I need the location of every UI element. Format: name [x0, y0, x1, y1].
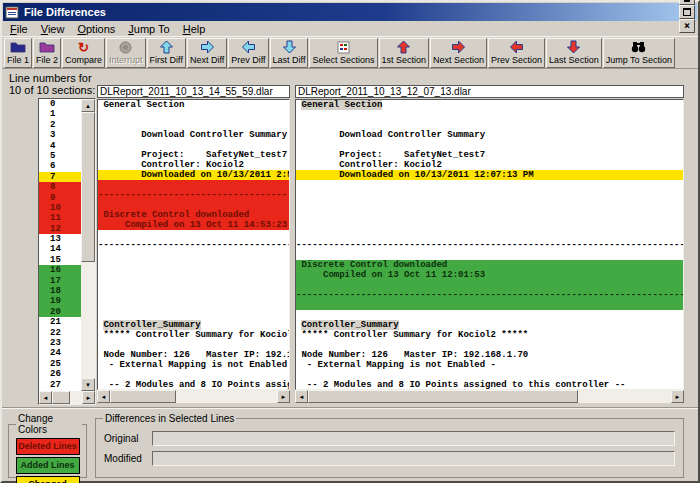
prev-diff-button[interactable]: Prev Diff	[228, 38, 268, 68]
scrollbar-track[interactable]	[81, 112, 95, 378]
scrollbar-thumb[interactable]	[308, 390, 578, 403]
scroll-right-arrow-icon[interactable]: ►	[277, 390, 290, 403]
menu-help[interactable]: Help	[177, 22, 213, 36]
close-button[interactable]: ×	[679, 19, 695, 33]
diff-line[interactable]	[98, 290, 289, 300]
line-number-row[interactable]: 2	[39, 120, 81, 130]
diff-line[interactable]	[98, 340, 289, 350]
line-number-row[interactable]: 7	[39, 172, 81, 182]
diff-line[interactable]: - External Mapping is not Enabled -	[98, 360, 289, 370]
diff-line[interactable]	[98, 300, 289, 310]
menu-view[interactable]: View	[35, 22, 72, 36]
diff-line[interactable]	[296, 310, 683, 320]
diff-line[interactable]	[296, 220, 683, 230]
diff-line[interactable]: Compiled on 13 Oct 11 14:53:23	[98, 220, 289, 230]
diff-line[interactable]: Node Number: 126 Master IP: 192.168.1.70	[296, 350, 683, 360]
diff-line[interactable]: General Section	[98, 100, 289, 110]
diff-line[interactable]: ----------------------------------------…	[98, 240, 289, 250]
line-number-row[interactable]: 21	[39, 317, 81, 327]
scroll-left-arrow-icon[interactable]: ◄	[295, 390, 308, 403]
jump-to-section-button[interactable]: Jump To Section	[603, 38, 675, 68]
diff-line[interactable]: Controller: Kociol2	[98, 160, 289, 170]
diff-line[interactable]: Controller_Summary	[98, 320, 289, 330]
line-number-row[interactable]: 23	[39, 338, 81, 348]
line-number-row[interactable]: 18	[39, 286, 81, 296]
diff-line[interactable]	[296, 340, 683, 350]
diff-line[interactable]: Project: SafetyNet_test7	[296, 150, 683, 160]
diff-line[interactable]	[296, 300, 683, 310]
file-2-button[interactable]: File 2	[33, 38, 61, 68]
diff-line[interactable]	[296, 110, 683, 120]
line-number-row[interactable]: 19	[39, 296, 81, 306]
diff-line[interactable]: Downloaded on 10/13/2011 2:55:59 PM	[98, 170, 289, 180]
menu-options[interactable]: Options	[71, 22, 122, 36]
line-number-row[interactable]: 13	[39, 234, 81, 244]
diff-line[interactable]	[98, 370, 289, 380]
first-diff-button[interactable]: First Diff	[147, 38, 186, 68]
scroll-right-arrow-icon[interactable]: ►	[82, 391, 95, 404]
listbox-vertical-scrollbar[interactable]: ▲▼	[81, 99, 95, 391]
diff-line[interactable]	[98, 310, 289, 320]
diff-line[interactable]: Downloaded on 10/13/2011 12:07:13 PM	[296, 170, 683, 180]
diff-line[interactable]: ***** Controller Summary for Kociol2 ***…	[296, 330, 683, 340]
line-number-row[interactable]: 11	[39, 213, 81, 223]
diff-line[interactable]: ***** Controller Summary for Kociol2 ***…	[98, 330, 289, 340]
diff-line[interactable]	[98, 140, 289, 150]
select-sections-button[interactable]: Select Sections	[309, 38, 377, 68]
diff-line[interactable]	[296, 200, 683, 210]
diff-line[interactable]: Project: SafetyNet_test7	[98, 150, 289, 160]
line-number-row[interactable]: 25	[39, 359, 81, 369]
last-section-button[interactable]: Last Section	[546, 38, 602, 68]
scroll-left-arrow-icon[interactable]: ◄	[97, 390, 110, 403]
diff-line[interactable]: Controller: Kociol2	[296, 160, 683, 170]
scroll-right-arrow-icon[interactable]: ►	[671, 390, 684, 403]
right-diff-content[interactable]: General Section Download Controller Summ…	[295, 99, 684, 390]
line-number-row[interactable]: 20	[39, 307, 81, 317]
diff-line[interactable]: Download Controller Summary	[296, 130, 683, 140]
diff-line[interactable]	[296, 120, 683, 130]
line-number-row[interactable]: 1	[39, 109, 81, 119]
menu-file[interactable]: File	[4, 22, 35, 36]
diff-line[interactable]: General Section	[296, 100, 683, 110]
diff-line[interactable]	[296, 190, 683, 200]
diff-line[interactable]	[98, 280, 289, 290]
diff-line[interactable]: -- 2 Modules and 8 IO Points assigned to…	[98, 380, 289, 390]
compare-button[interactable]: ↻Compare	[62, 38, 105, 68]
line-number-row[interactable]: 17	[39, 276, 81, 286]
diff-line[interactable]	[296, 280, 683, 290]
last-diff-button[interactable]: Last Diff	[270, 38, 309, 68]
diff-line[interactable]	[296, 210, 683, 220]
scroll-left-arrow-icon[interactable]: ◄	[39, 391, 52, 404]
original-field[interactable]	[152, 431, 675, 446]
diff-line[interactable]	[296, 180, 683, 190]
diff-line[interactable]	[98, 270, 289, 280]
diff-line[interactable]	[296, 140, 683, 150]
diff-line[interactable]: ----------------------------------------…	[296, 290, 683, 300]
scroll-up-arrow-icon[interactable]: ▲	[81, 99, 95, 112]
diff-line[interactable]: - External Mapping is not Enabled -	[296, 360, 683, 370]
diff-line[interactable]: ----------------------------------------…	[296, 240, 683, 250]
right-panel-horizontal-scrollbar[interactable]: ◄►	[295, 390, 684, 403]
line-number-row[interactable]: 3	[39, 130, 81, 140]
line-numbers-listbox[interactable]: 0123456789101112131415161718192021222324…	[38, 98, 96, 405]
file-1-button[interactable]: File 1	[4, 38, 32, 68]
prev-section-button[interactable]: Prev Section	[488, 38, 545, 68]
line-number-row[interactable]: 22	[39, 328, 81, 338]
line-number-row[interactable]: 6	[39, 161, 81, 171]
line-number-row[interactable]: 8	[39, 182, 81, 192]
maximize-button[interactable]	[679, 5, 695, 19]
diff-line[interactable]: Node Number: 126 Master IP: 192.168.1.70	[98, 350, 289, 360]
line-number-row[interactable]: 26	[39, 369, 81, 379]
menu-jump-to[interactable]: Jump To	[122, 22, 176, 36]
listbox-horizontal-scrollbar[interactable]: ◄►	[39, 391, 95, 404]
line-number-row[interactable]: 12	[39, 224, 81, 234]
diff-line[interactable]	[296, 230, 683, 240]
diff-line[interactable]	[98, 250, 289, 260]
diff-line[interactable]	[98, 180, 289, 190]
left-diff-content[interactable]: General Section Download Controller Summ…	[97, 99, 290, 390]
line-number-row[interactable]: 5	[39, 151, 81, 161]
diff-line[interactable]	[296, 250, 683, 260]
line-number-row[interactable]: 9	[39, 193, 81, 203]
scrollbar-thumb[interactable]	[110, 390, 176, 403]
line-number-row[interactable]: 10	[39, 203, 81, 213]
